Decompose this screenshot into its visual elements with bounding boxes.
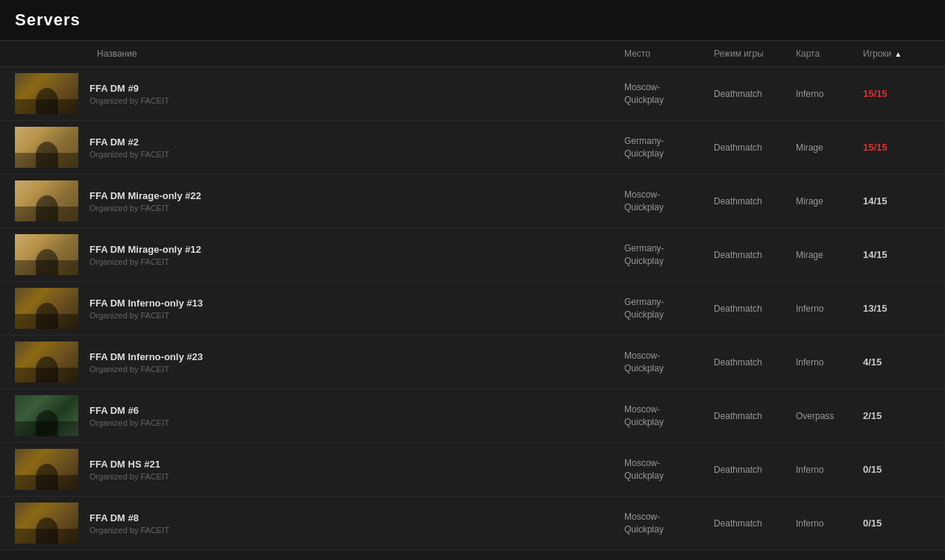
server-thumbnail bbox=[15, 234, 78, 275]
server-map: Mirage bbox=[796, 250, 863, 260]
server-location: Germany-Quickplay bbox=[624, 296, 714, 321]
server-name: FFA DM Mirage-only #12 bbox=[90, 244, 624, 255]
server-players: 0/15 bbox=[863, 464, 930, 475]
server-name: FFA DM #9 bbox=[90, 83, 624, 94]
table-row[interactable]: FFA DM #2 Organized by FACEIT Germany-Qu… bbox=[0, 121, 945, 174]
server-name: FFA DM #8 bbox=[90, 512, 624, 523]
table-row[interactable]: FFA DM #9 Organized by FACEIT Moscow-Qui… bbox=[0, 67, 945, 121]
server-players: 2/15 bbox=[863, 410, 930, 421]
table-row[interactable]: FFA DM #8 Organized by FACEIT Moscow-Qui… bbox=[0, 497, 945, 550]
sort-icon: ▲ bbox=[894, 50, 902, 58]
header-name: Название bbox=[97, 48, 624, 59]
server-mode: Deathmatch bbox=[714, 196, 796, 207]
server-players: 14/15 bbox=[863, 249, 930, 260]
server-thumbnail bbox=[15, 503, 78, 544]
server-location: Moscow-Quickplay bbox=[624, 511, 714, 536]
server-map: Inferno bbox=[796, 518, 863, 529]
server-players: 13/15 bbox=[863, 303, 930, 314]
page-title: Servers bbox=[15, 10, 930, 30]
server-location: Moscow-Quickplay bbox=[624, 457, 714, 482]
server-mode: Deathmatch bbox=[714, 89, 796, 99]
server-organizer: Organized by FACEIT bbox=[90, 311, 624, 320]
server-info: FFA DM #8 Organized by FACEIT bbox=[90, 512, 624, 535]
server-info: FFA DM #9 Organized by FACEIT bbox=[90, 83, 624, 105]
server-organizer: Organized by FACEIT bbox=[90, 150, 624, 159]
server-players: 15/15 bbox=[863, 142, 930, 153]
server-map: Inferno bbox=[796, 303, 863, 314]
server-name: FFA DM #6 bbox=[90, 405, 624, 416]
server-location: Moscow-Quickplay bbox=[624, 81, 714, 107]
header-map: Карта bbox=[796, 48, 863, 59]
page-header: Servers bbox=[0, 0, 945, 41]
server-name: FFA DM #2 bbox=[90, 136, 624, 148]
server-map: Mirage bbox=[796, 196, 863, 207]
server-info: FFA DM Mirage-only #22 Organized by FACE… bbox=[90, 190, 624, 213]
table-row[interactable]: FFA DM #6 Organized by FACEIT Moscow-Qui… bbox=[0, 389, 945, 443]
server-organizer: Organized by FACEIT bbox=[90, 257, 624, 266]
server-players: 15/15 bbox=[863, 88, 930, 99]
server-mode: Deathmatch bbox=[714, 250, 796, 260]
header-location: Место bbox=[624, 48, 714, 59]
server-location: Moscow-Quickplay bbox=[624, 403, 714, 429]
server-rows-container: FFA DM #9 Organized by FACEIT Moscow-Qui… bbox=[0, 67, 945, 550]
server-map: Mirage bbox=[796, 142, 863, 153]
server-players: 0/15 bbox=[863, 517, 930, 529]
table-row[interactable]: FFA DM Inferno-only #13 Organized by FAC… bbox=[0, 282, 945, 336]
server-organizer: Organized by FACEIT bbox=[90, 365, 624, 374]
server-map: Overpass bbox=[796, 411, 863, 421]
server-info: FFA DM Inferno-only #23 Organized by FAC… bbox=[90, 351, 624, 374]
server-thumbnail bbox=[15, 180, 78, 221]
table-row[interactable]: FFA DM Mirage-only #12 Organized by FACE… bbox=[0, 228, 945, 282]
server-name: FFA DM HS #21 bbox=[90, 459, 624, 470]
server-location: Moscow-Quickplay bbox=[624, 350, 714, 375]
table-row[interactable]: FFA DM Mirage-only #22 Organized by FACE… bbox=[0, 174, 945, 228]
server-info: FFA DM HS #21 Organized by FACEIT bbox=[90, 459, 624, 481]
header-mode: Режим игры bbox=[714, 48, 796, 59]
server-name: FFA DM Mirage-only #22 bbox=[90, 190, 624, 201]
table-row[interactable]: FFA DM Inferno-only #23 Organized by FAC… bbox=[0, 336, 945, 389]
server-thumbnail bbox=[15, 127, 78, 168]
server-info: FFA DM Inferno-only #13 Organized by FAC… bbox=[90, 298, 624, 320]
server-map: Inferno bbox=[796, 89, 863, 99]
server-mode: Deathmatch bbox=[714, 303, 796, 314]
server-thumbnail bbox=[15, 288, 78, 329]
header-players[interactable]: Игроки ▲ bbox=[863, 48, 930, 59]
server-mode: Deathmatch bbox=[714, 465, 796, 475]
server-organizer: Organized by FACEIT bbox=[90, 526, 624, 535]
server-map: Inferno bbox=[796, 465, 863, 475]
server-thumbnail bbox=[15, 395, 78, 436]
table-row[interactable]: FFA DM HS #21 Organized by FACEIT Moscow… bbox=[0, 443, 945, 497]
server-mode: Deathmatch bbox=[714, 357, 796, 368]
server-players: 14/15 bbox=[863, 195, 930, 207]
server-info: FFA DM #2 Organized by FACEIT bbox=[90, 136, 624, 159]
server-thumbnail bbox=[15, 449, 78, 490]
server-organizer: Organized by FACEIT bbox=[90, 96, 624, 105]
server-info: FFA DM #6 Organized by FACEIT bbox=[90, 405, 624, 427]
server-mode: Deathmatch bbox=[714, 142, 796, 153]
server-mode: Deathmatch bbox=[714, 518, 796, 529]
server-organizer: Organized by FACEIT bbox=[90, 418, 624, 427]
server-location: Germany-Quickplay bbox=[624, 242, 714, 268]
server-mode: Deathmatch bbox=[714, 411, 796, 421]
server-map: Inferno bbox=[796, 357, 863, 368]
table-header: Название Место Режим игры Карта Игроки ▲ bbox=[0, 41, 945, 67]
server-info: FFA DM Mirage-only #12 Organized by FACE… bbox=[90, 244, 624, 266]
server-thumbnail bbox=[15, 342, 78, 383]
server-location: Moscow-Quickplay bbox=[624, 189, 714, 214]
servers-table: Название Место Режим игры Карта Игроки ▲… bbox=[0, 41, 945, 550]
server-name: FFA DM Inferno-only #23 bbox=[90, 351, 624, 362]
server-thumbnail bbox=[15, 73, 78, 114]
server-name: FFA DM Inferno-only #13 bbox=[90, 298, 624, 309]
server-organizer: Organized by FACEIT bbox=[90, 472, 624, 481]
server-players: 4/15 bbox=[863, 356, 930, 368]
server-location: Germany-Quickplay bbox=[624, 135, 714, 160]
server-organizer: Organized by FACEIT bbox=[90, 204, 624, 213]
